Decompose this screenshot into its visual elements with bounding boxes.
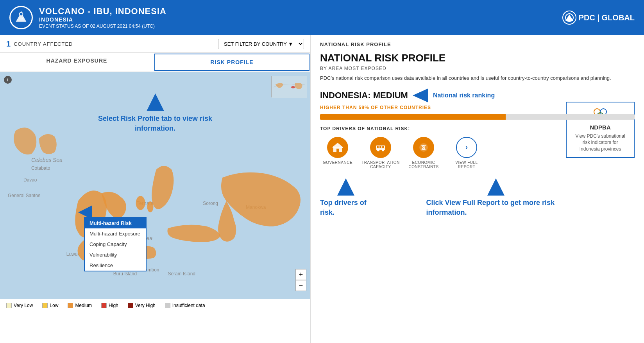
tab-hazard-exposure[interactable]: HAZARD EXPOSURE: [0, 53, 154, 72]
layer-item-3[interactable]: Vulnerability: [85, 250, 146, 260]
svg-point-22: [291, 86, 295, 88]
legend-high-color: [101, 303, 107, 308]
svg-point-19: [136, 196, 145, 210]
governance-icon: [327, 137, 348, 158]
svg-rect-33: [382, 146, 384, 148]
map-legend: Very Low Low Medium High Very High Insuf…: [0, 299, 310, 312]
event-status: EVENT STATUS AS OF 02 AUGUST 2021 04:54 …: [39, 23, 166, 29]
risk-level-row: INDONESIA: MEDIUM National risk ranking: [320, 88, 635, 102]
legend-very-low: Very Low: [6, 303, 33, 308]
country-name: INDONESIA: [39, 16, 166, 23]
layer-item-2[interactable]: Coping Capacity: [85, 239, 146, 250]
country-risk-label: INDONESIA: MEDIUM: [320, 90, 408, 101]
report-annotation: Click View Full Report to get more risk …: [426, 178, 566, 217]
legend-medium-label: Medium: [75, 303, 92, 308]
ndpba-title: NDPBA: [573, 124, 628, 131]
center-annotation: Select Risk Profile tab to view risk inf…: [78, 93, 233, 133]
higher-than-pct: 59%: [359, 105, 369, 110]
economic-icon: $: [413, 137, 434, 158]
svg-text:General Santos: General Santos: [8, 193, 40, 198]
svg-point-30: [382, 149, 384, 151]
legend-very-high-color: [128, 303, 133, 308]
select-tab-text: Select Risk Profile tab to view risk inf…: [78, 114, 233, 133]
svg-text:Seram Island: Seram Island: [168, 271, 195, 277]
header-left: VOLCANO - IBU, INDONESIA INDONESIA EVENT…: [9, 6, 166, 29]
drivers-annotation: Top drivers of risk.: [320, 178, 371, 217]
svg-text:Ambon: Ambon: [145, 267, 159, 273]
transportation-label: TRANSPORTATION CAPACITY: [361, 160, 400, 169]
ndpba-description: View PDC's subnational risk indicators f…: [573, 133, 628, 153]
risk-arrow-icon: [413, 88, 428, 102]
legend-high-label: High: [109, 303, 118, 308]
legend-very-high-label: Very High: [135, 303, 156, 308]
driver-transportation: TRANSPORTATION CAPACITY: [363, 137, 398, 169]
zoom-out-button[interactable]: −: [295, 280, 306, 291]
svg-point-20: [147, 201, 154, 212]
header-title: VOLCANO - IBU, INDONESIA INDONESIA EVENT…: [39, 6, 166, 29]
svg-text:Buru Island: Buru Island: [113, 271, 137, 277]
legend-insufficient-color: [165, 303, 170, 308]
drivers-left: GOVERNANCE TRANSPORTATION CAPACITY $: [320, 137, 566, 217]
svg-text:Celebes Sea: Celebes Sea: [31, 157, 63, 163]
pdc-logo: PDC | GLOBAL: [562, 11, 635, 25]
legend-high: High: [101, 303, 118, 308]
risk-description: PDC's national risk comparison uses data…: [320, 74, 635, 82]
report-arrow: [487, 178, 504, 196]
drivers-row: GOVERNANCE TRANSPORTATION CAPACITY $: [320, 137, 566, 169]
view-full-report-icon[interactable]: ›: [456, 137, 477, 158]
risk-progress-bar: [320, 114, 635, 120]
volcano-logo: [9, 6, 33, 29]
legend-very-low-label: Very Low: [14, 303, 33, 308]
svg-rect-31: [377, 146, 379, 148]
map-area: Celebes Sea Ceram Sea Ternate Gorontale …: [0, 72, 310, 299]
legend-very-low-color: [6, 303, 12, 308]
svg-point-29: [377, 149, 379, 151]
legend-insufficient: Insufficient data: [165, 303, 205, 308]
legend-medium: Medium: [68, 303, 92, 308]
drivers-arrow: [337, 178, 354, 196]
event-name: VOLCANO - IBU, INDONESIA: [39, 6, 166, 16]
mini-world-map: [271, 76, 306, 97]
legend-very-high: Very High: [128, 303, 156, 308]
select-tab-arrow: [147, 93, 164, 111]
legend-medium-color: [68, 303, 73, 308]
country-bar: 1 COUNTRY AFFECTED SET FILTER BY COUNTRY…: [0, 35, 310, 53]
right-panel: NATIONAL RISK PROFILE NATIONAL RISK PROF…: [311, 35, 644, 343]
driver-view-report: › VIEW FULL REPORT: [449, 137, 484, 169]
report-annotation-text: Click View Full Report to get more risk …: [426, 198, 566, 217]
ndpba-box[interactable]: NDPBA View PDC's subnational risk indica…: [566, 102, 635, 158]
main-content: 1 COUNTRY AFFECTED SET FILTER BY COUNTRY…: [0, 35, 644, 343]
layer-dropdown: Multi-hazard Risk Multi-hazard Exposure …: [84, 217, 147, 271]
layer-item-0[interactable]: Multi-hazard Risk: [85, 218, 146, 228]
view-report-label[interactable]: VIEW FULL REPORT: [449, 160, 484, 169]
left-panel: 1 COUNTRY AFFECTED SET FILTER BY COUNTRY…: [0, 35, 311, 343]
svg-rect-26: [336, 149, 339, 152]
risk-profile-heading: NATIONAL RISK PROFILE: [320, 52, 635, 64]
economic-label: ECONOMIC CONSTRAINTS: [406, 160, 441, 169]
tabs: HAZARD EXPOSURE RISK PROFILE: [0, 53, 310, 72]
svg-text:Davao: Davao: [23, 177, 37, 183]
drivers-section: GOVERNANCE TRANSPORTATION CAPACITY $: [320, 137, 635, 217]
svg-point-1: [20, 13, 23, 16]
governance-label: GOVERNANCE: [323, 160, 352, 165]
legend-low-label: Low: [50, 303, 58, 308]
svg-marker-3: [565, 14, 573, 21]
zoom-in-button[interactable]: +: [295, 269, 306, 280]
legend-low: Low: [42, 303, 58, 308]
svg-text:Cotabato: Cotabato: [31, 165, 50, 171]
right-panel-title: NATIONAL RISK PROFILE: [320, 41, 635, 47]
drivers-annotation-text: Top drivers of risk.: [320, 198, 371, 217]
tab-risk-profile[interactable]: RISK PROFILE: [154, 54, 309, 71]
legend-low-color: [42, 303, 48, 308]
layer-item-1[interactable]: Multi-hazard Exposure: [85, 228, 146, 239]
svg-rect-24: [333, 147, 343, 148]
driver-annotations: Top drivers of risk. Click View Full Rep…: [320, 178, 566, 217]
info-icon[interactable]: i: [4, 76, 12, 84]
brand-name: PDC | GLOBAL: [579, 13, 635, 22]
layer-item-4[interactable]: Resilience: [85, 260, 146, 271]
risk-progress-fill: [320, 114, 506, 120]
pdc-triangle-icon: [562, 11, 576, 25]
filter-by-country-select[interactable]: SET FILTER BY COUNTRY ▼: [218, 39, 304, 49]
app-header: VOLCANO - IBU, INDONESIA INDONESIA EVENT…: [0, 0, 644, 35]
driver-governance: GOVERNANCE: [320, 137, 355, 165]
